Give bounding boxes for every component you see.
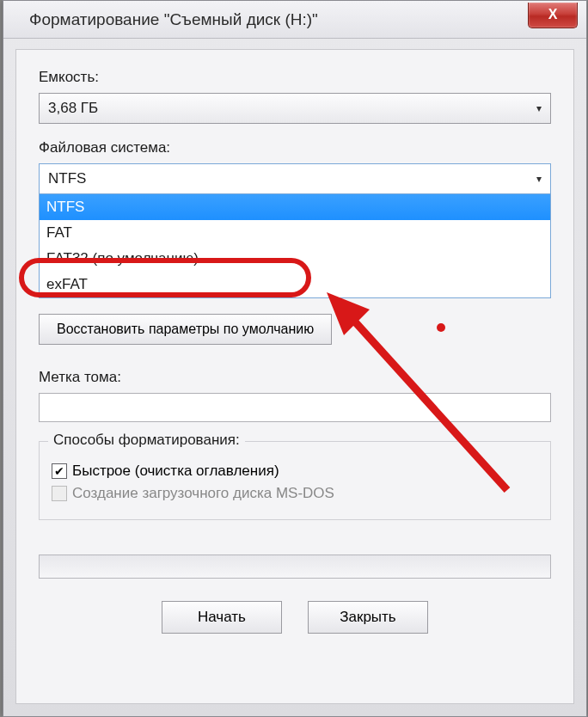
volume-label-block: Метка тома: xyxy=(39,369,551,422)
progress-bar xyxy=(39,555,551,579)
filesystem-option[interactable]: FAT32 (по умолчанию) xyxy=(40,246,550,272)
close-button[interactable]: Закрыть xyxy=(308,601,428,634)
quick-format-row[interactable]: ✔ Быстрое (очистка оглавления) xyxy=(52,463,538,480)
msdos-boot-row: Создание загрузочного диска MS-DOS xyxy=(52,485,538,502)
volume-label-label: Метка тома: xyxy=(39,369,551,386)
filesystem-selected: NTFS xyxy=(48,170,86,187)
capacity-block: Емкость: 3,68 ГБ ▾ xyxy=(39,69,551,124)
filesystem-dropdown-list: NTFS FAT FAT32 (по умолчанию) exFAT xyxy=(39,194,551,298)
filesystem-option[interactable]: exFAT xyxy=(40,272,550,297)
volume-label-input[interactable] xyxy=(39,393,551,422)
format-options-group: Способы форматирования: ✔ Быстрое (очист… xyxy=(39,441,551,520)
chevron-down-icon: ▾ xyxy=(536,173,542,185)
filesystem-option[interactable]: FAT xyxy=(40,220,550,246)
format-dialog-window: Форматирование "Съемный диск (H:)" X Емк… xyxy=(3,0,587,717)
close-window-button[interactable]: X xyxy=(528,3,578,28)
filesystem-block: Файловая система: NTFS ▾ NTFS FAT FAT32 … xyxy=(39,139,551,298)
msdos-boot-checkbox xyxy=(52,486,67,501)
filesystem-option[interactable]: NTFS xyxy=(40,194,550,220)
client-area: Емкость: 3,68 ГБ ▾ Файловая система: NTF… xyxy=(15,49,574,704)
reset-defaults-button[interactable]: Восстановить параметры по умолчанию xyxy=(39,314,332,345)
filesystem-dropdown[interactable]: NTFS ▾ xyxy=(39,163,551,194)
chevron-down-icon: ▾ xyxy=(536,102,542,114)
start-button[interactable]: Начать xyxy=(162,601,282,634)
close-icon: X xyxy=(548,7,558,22)
capacity-value: 3,68 ГБ xyxy=(48,100,98,117)
titlebar: Форматирование "Съемный диск (H:)" X xyxy=(3,1,586,39)
filesystem-label: Файловая система: xyxy=(39,139,551,156)
msdos-boot-label: Создание загрузочного диска MS-DOS xyxy=(72,485,334,502)
action-buttons-row: Начать Закрыть xyxy=(39,601,551,634)
format-options-legend: Способы форматирования: xyxy=(48,432,245,449)
window-title: Форматирование "Съемный диск (H:)" xyxy=(29,10,318,29)
capacity-label: Емкость: xyxy=(39,69,551,86)
quick-format-checkbox[interactable]: ✔ xyxy=(52,463,67,479)
reset-block: Восстановить параметры по умолчанию xyxy=(39,314,551,345)
capacity-dropdown[interactable]: 3,68 ГБ ▾ xyxy=(39,93,551,124)
quick-format-label: Быстрое (очистка оглавления) xyxy=(72,463,279,480)
